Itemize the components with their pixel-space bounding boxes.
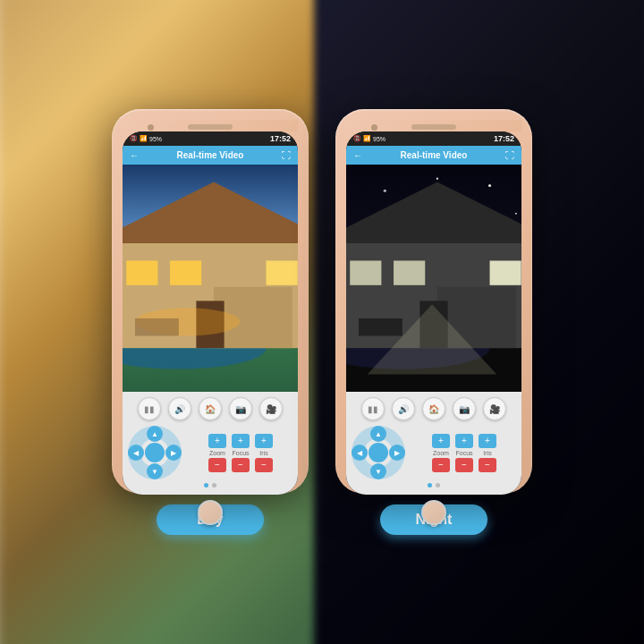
day-phone-screen: 📵 📶 95% 17:52 ← Real-time Video ⛶ (123, 131, 298, 495)
night-phone-screen: 📵 📶 95% 17:52 ← Real-time Video ⛶ (346, 131, 521, 495)
night-focus-minus[interactable]: − (455, 458, 473, 472)
night-focus-label: Focus (455, 450, 472, 456)
night-phone-wrapper: 📵 📶 95% 17:52 ← Real-time Video ⛶ (335, 109, 532, 535)
night-app-title: Real-time Video (401, 150, 468, 160)
day-phone: 📵 📶 95% 17:52 ← Real-time Video ⛶ (112, 109, 309, 494)
day-home-button[interactable] (198, 500, 223, 525)
night-volume-btn[interactable]: 🔊 (392, 397, 415, 420)
night-home-button-area (346, 495, 521, 529)
night-wifi-icon: 📶 (363, 135, 371, 142)
night-iris-label: Iris (483, 450, 491, 456)
day-zoom-minus[interactable]: − (208, 458, 226, 472)
day-camera-feed (123, 165, 298, 392)
day-wifi-icon: 📶 (140, 135, 148, 142)
day-dpad-center (145, 443, 165, 462)
night-zfi-controls: + Zoom − + Focus − + Iris (412, 434, 516, 472)
svg-point-19 (384, 190, 386, 192)
night-signal-icon: 📵 (353, 135, 361, 142)
day-iris-minus[interactable]: − (255, 458, 273, 472)
day-zfi-controls: + Zoom − + Focus − + Iris (189, 434, 292, 472)
day-fullscreen-button[interactable]: ⛶ (282, 150, 291, 160)
day-phone-camera (148, 124, 154, 131)
night-fullscreen-button[interactable]: ⛶ (505, 150, 514, 160)
night-dot-1 (428, 483, 432, 487)
night-video-btn[interactable]: 🎥 (483, 397, 506, 420)
day-status-time: 17:52 (270, 134, 291, 143)
night-controls-area: ▮▮ 🔊 🏠 📷 🎥 ▲ ▼ ◀ ▶ (346, 392, 521, 495)
day-battery-text: 95% (149, 136, 162, 142)
day-house-svg (123, 165, 298, 392)
day-dots (128, 483, 292, 489)
night-dots (352, 483, 516, 489)
day-control-row-bottom: ▲ ▼ ◀ ▶ + Zoom − (128, 426, 292, 479)
night-house-svg (346, 165, 521, 392)
main-container: 📵 📶 95% 17:52 ← Real-time Video ⛶ (0, 0, 644, 644)
svg-rect-34 (490, 260, 521, 284)
day-focus-col: + Focus − (232, 434, 250, 472)
night-dot-2 (436, 483, 440, 487)
night-phone-speaker (411, 124, 456, 130)
day-focus-minus[interactable]: − (232, 458, 250, 472)
day-dpad-left[interactable]: ◀ (128, 445, 144, 461)
night-status-time: 17:52 (494, 134, 514, 143)
day-dpad-right[interactable]: ▶ (165, 445, 182, 461)
day-status-bar: 📵 📶 95% 17:52 (123, 131, 298, 146)
night-control-row-top: ▮▮ 🔊 🏠 📷 🎥 (352, 397, 516, 420)
day-phone-wrapper: 📵 📶 95% 17:52 ← Real-time Video ⛶ (112, 109, 309, 535)
night-app-header: ← Real-time Video ⛶ (346, 146, 521, 165)
day-focus-plus[interactable]: + (232, 434, 250, 448)
night-dpad-down[interactable]: ▼ (370, 463, 386, 479)
night-status-icons: 📵 📶 95% (353, 135, 386, 142)
day-iris-col: + Iris − (255, 434, 273, 472)
night-back-button[interactable]: ← (353, 150, 362, 160)
day-signal-icon: 📵 (130, 135, 138, 142)
day-photo-btn[interactable]: 📷 (229, 397, 252, 420)
night-zoom-minus[interactable]: − (432, 458, 450, 472)
day-dpad-down[interactable]: ▼ (147, 463, 163, 479)
svg-rect-32 (350, 260, 381, 284)
night-phone: 📵 📶 95% 17:52 ← Real-time Video ⛶ (335, 109, 532, 494)
night-status-bar: 📵 📶 95% 17:52 (346, 131, 521, 146)
night-dpad: ▲ ▼ ◀ ▶ (352, 426, 405, 479)
day-status-icons: 📵 📶 95% (130, 135, 162, 142)
day-app-title: Real-time Video (177, 150, 244, 160)
night-zoom-plus[interactable]: + (432, 434, 450, 448)
night-dpad-up[interactable]: ▲ (370, 426, 386, 442)
svg-rect-33 (394, 260, 425, 284)
night-focus-plus[interactable]: + (455, 434, 473, 448)
day-volume-btn[interactable]: 🔊 (168, 397, 191, 420)
day-iris-label: Iris (259, 450, 267, 456)
night-iris-minus[interactable]: − (479, 458, 496, 472)
night-home-cam-btn[interactable]: 🏠 (422, 397, 445, 420)
day-back-button[interactable]: ← (130, 150, 139, 160)
svg-rect-7 (170, 260, 201, 284)
day-iris-plus[interactable]: + (255, 434, 273, 448)
night-dpad-left[interactable]: ◀ (352, 445, 368, 461)
night-phone-top-bar (346, 120, 521, 131)
night-zoom-col: + Zoom − (432, 434, 450, 472)
day-home-cam-btn[interactable]: 🏠 (199, 397, 222, 420)
night-iris-plus[interactable]: + (479, 434, 496, 448)
night-photo-btn[interactable]: 📷 (453, 397, 476, 420)
svg-point-21 (488, 184, 491, 187)
day-zoom-col: + Zoom − (208, 434, 226, 472)
day-video-btn[interactable]: 🎥 (259, 397, 283, 420)
night-dpad-center (369, 443, 388, 462)
night-pause-btn[interactable]: ▮▮ (361, 397, 385, 420)
day-zoom-label: Zoom (209, 450, 225, 456)
day-control-row-top: ▮▮ 🔊 🏠 📷 🎥 (128, 397, 292, 420)
svg-point-20 (436, 177, 438, 179)
night-iris-col: + Iris − (479, 434, 496, 472)
night-dpad-right[interactable]: ▶ (389, 445, 405, 461)
svg-rect-11 (135, 318, 179, 336)
night-control-row-bottom: ▲ ▼ ◀ ▶ + Zoom − (352, 426, 516, 479)
day-app-header: ← Real-time Video ⛶ (123, 146, 298, 165)
day-dpad-up[interactable]: ▲ (147, 426, 163, 442)
svg-point-26 (515, 213, 517, 215)
day-zoom-plus[interactable]: + (208, 434, 226, 448)
day-pause-btn[interactable]: ▮▮ (138, 397, 161, 420)
day-home-button-area (123, 495, 298, 529)
night-home-button[interactable] (421, 500, 446, 525)
night-camera-feed (346, 165, 521, 392)
day-phone-speaker (188, 124, 233, 130)
